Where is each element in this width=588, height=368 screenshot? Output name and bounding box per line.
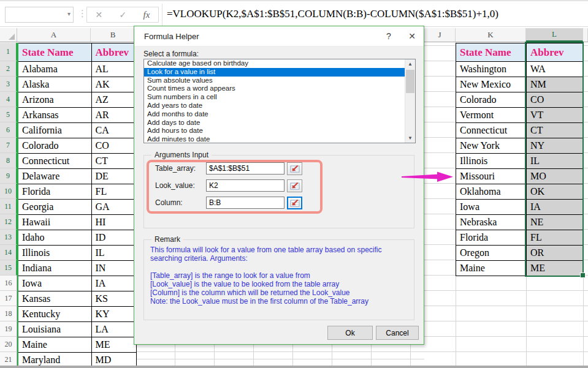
- row-header-18[interactable]: 18: [0, 306, 17, 321]
- range-picker-button[interactable]: [287, 197, 302, 209]
- cell[interactable]: Louisiana: [18, 322, 91, 337]
- cell[interactable]: ME: [527, 261, 584, 276]
- row-header-7[interactable]: 7: [0, 138, 17, 153]
- cell[interactable]: NM: [527, 77, 584, 92]
- cell[interactable]: IA: [91, 276, 136, 291]
- range-picker-button[interactable]: [287, 162, 302, 175]
- argument-input-table_array[interactable]: [206, 162, 284, 175]
- cell[interactable]: Idaho: [18, 230, 91, 246]
- cell[interactable]: Oregon: [456, 246, 527, 261]
- cell[interactable]: CT: [91, 154, 136, 169]
- cell[interactable]: Arizona: [18, 92, 91, 108]
- cell[interactable]: New York: [456, 138, 527, 154]
- formula-list-item[interactable]: Sum absolute values: [144, 77, 405, 85]
- row-header-19[interactable]: 19: [0, 321, 17, 337]
- scroll-up-icon[interactable]: ▲: [405, 59, 415, 69]
- header-cell[interactable]: Abbrev: [527, 43, 584, 62]
- cell[interactable]: NE: [527, 215, 584, 230]
- cell[interactable]: Iowa: [18, 276, 91, 291]
- cell[interactable]: Arkansas: [18, 108, 91, 123]
- cell[interactable]: FL: [527, 230, 584, 246]
- name-box[interactable]: ▾: [5, 7, 74, 23]
- formula-list-item[interactable]: Count times a word appears: [144, 84, 405, 93]
- cell[interactable]: Washington: [456, 62, 527, 77]
- cell[interactable]: CO: [527, 92, 584, 108]
- column-header-J[interactable]: J: [424, 28, 456, 42]
- cell[interactable]: FL: [91, 184, 136, 200]
- cell[interactable]: Florida: [18, 184, 91, 200]
- argument-input-column[interactable]: [206, 197, 284, 209]
- ok-button[interactable]: Ok: [327, 326, 373, 340]
- formula-list-item[interactable]: Add months to date: [144, 110, 405, 119]
- column-header-L[interactable]: L: [526, 28, 583, 42]
- row-header-16[interactable]: 16: [0, 276, 17, 291]
- row-header-13[interactable]: 13: [0, 230, 17, 245]
- row-header-12[interactable]: 12: [0, 214, 17, 230]
- row-header-6[interactable]: 6: [0, 122, 17, 138]
- cell[interactable]: California: [18, 123, 91, 138]
- cell[interactable]: IL: [527, 154, 584, 169]
- cell[interactable]: HI: [91, 215, 136, 230]
- cell[interactable]: Kentucky: [18, 307, 91, 322]
- cell[interactable]: CO: [91, 138, 136, 154]
- cell[interactable]: NY: [527, 138, 584, 154]
- cell[interactable]: OK: [527, 184, 584, 200]
- cell[interactable]: AZ: [91, 92, 136, 108]
- cancel-button[interactable]: Cancel: [376, 326, 419, 340]
- cell[interactable]: Maine: [456, 261, 527, 276]
- row-header-4[interactable]: 4: [0, 92, 17, 107]
- cell[interactable]: Illinois: [456, 154, 527, 169]
- close-icon[interactable]: ✕: [400, 31, 424, 41]
- cell[interactable]: Kansas: [18, 291, 91, 307]
- cell[interactable]: VT: [527, 108, 584, 123]
- cell[interactable]: Iowa: [456, 200, 527, 215]
- scroll-thumb[interactable]: [406, 70, 414, 93]
- column-header-A[interactable]: A: [17, 28, 91, 42]
- formula-listbox[interactable]: Calculate age based on birthdayLook for …: [143, 59, 416, 143]
- row-header-20[interactable]: 20: [0, 337, 17, 352]
- cell[interactable]: Delaware: [18, 169, 91, 184]
- row-header-2[interactable]: 2: [0, 61, 17, 77]
- formula-input[interactable]: =VLOOKUP(K2,$A$1:$B$51,COLUMN(B:B)-COLUM…: [167, 1, 498, 26]
- cell[interactable]: Indiana: [18, 261, 91, 276]
- row-header-15[interactable]: 15: [0, 260, 17, 276]
- row-header-1[interactable]: 1: [0, 43, 17, 61]
- cell[interactable]: Connecticut: [18, 154, 91, 169]
- cell[interactable]: New Mexico: [456, 77, 527, 92]
- row-header-11[interactable]: 11: [0, 199, 17, 214]
- cell[interactable]: Florida: [456, 230, 527, 246]
- dialog-titlebar[interactable]: Formula Helper ? ✕: [134, 26, 424, 47]
- cell[interactable]: CT: [527, 123, 584, 138]
- header-cell[interactable]: State Name: [456, 43, 527, 62]
- row-header-14[interactable]: 14: [0, 245, 17, 260]
- select-all-corner[interactable]: [0, 28, 17, 42]
- cell[interactable]: Colorado: [456, 92, 527, 108]
- column-header-B[interactable]: B: [91, 28, 136, 42]
- cell[interactable]: WA: [527, 62, 584, 77]
- cell[interactable]: OR: [527, 246, 584, 261]
- cell[interactable]: MO: [527, 169, 584, 184]
- formula-list-item[interactable]: Sum numbers in a cell: [144, 93, 405, 102]
- cell[interactable]: Hawaii: [18, 215, 91, 230]
- cell[interactable]: IA: [527, 200, 584, 215]
- row-header-3[interactable]: 3: [0, 77, 17, 92]
- cell[interactable]: KY: [91, 307, 136, 322]
- formula-list-item[interactable]: Look for a value in list: [144, 68, 405, 77]
- formula-list-item[interactable]: Add days to date: [144, 119, 405, 127]
- insert-function-icon[interactable]: fx: [143, 10, 150, 20]
- cell[interactable]: IN: [91, 261, 136, 276]
- name-box-dropdown-icon[interactable]: ▾: [67, 10, 71, 17]
- cell[interactable]: Illinois: [18, 246, 91, 261]
- row-header-17[interactable]: 17: [0, 291, 17, 306]
- cell[interactable]: ID: [91, 230, 136, 246]
- cell[interactable]: AL: [91, 62, 136, 77]
- cell[interactable]: IL: [91, 246, 136, 261]
- cell[interactable]: Vermont: [456, 108, 527, 123]
- header-cell[interactable]: Abbrev: [91, 43, 136, 62]
- formula-list-item[interactable]: Add years to date: [144, 102, 405, 110]
- cell[interactable]: Alaska: [18, 77, 91, 92]
- cancel-entry-icon[interactable]: ✕: [96, 10, 103, 20]
- cell[interactable]: Alabama: [18, 62, 91, 77]
- cell[interactable]: KS: [91, 291, 136, 307]
- formula-list-item[interactable]: Calculate age based on birthday: [144, 59, 405, 68]
